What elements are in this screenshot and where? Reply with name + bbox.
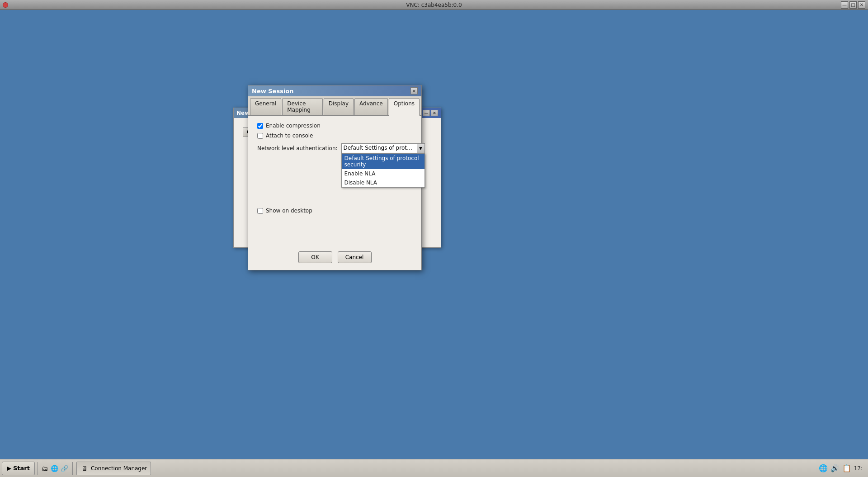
ok-button[interactable]: OK — [298, 251, 332, 263]
show-on-desktop-row: Show on desktop — [257, 208, 412, 214]
main-dialog-title: New Session — [252, 88, 294, 94]
window-title: VNC: c3ab4ea5b:0.0 — [406, 2, 462, 8]
network-level-auth-dropdown[interactable]: Default Settings of protocol security — [341, 143, 425, 153]
network-level-auth-row: Network level authentication: Default Se… — [257, 143, 412, 153]
tab-advance[interactable]: Advance — [354, 98, 388, 115]
title-bar-controls: — □ ✕ — [841, 1, 865, 9]
maximize-button[interactable]: □ — [849, 1, 857, 9]
bg-close-button[interactable]: ✕ — [431, 110, 438, 116]
tray-volume-icon[interactable]: 🔊 — [830, 464, 840, 472]
start-label: Start — [13, 465, 30, 472]
attach-to-console-checkbox[interactable] — [257, 133, 263, 139]
taskbar-network-icon[interactable]: 🔗 — [61, 464, 69, 472]
enable-compression-checkbox[interactable] — [257, 123, 263, 129]
enable-compression-row: Enable compression — [257, 123, 412, 129]
network-level-auth-dropdown-popup: Default Settings of protocol security En… — [341, 153, 425, 188]
taskbar-separator-2 — [72, 462, 73, 475]
tray-clipboard-icon[interactable]: 📋 — [842, 464, 851, 472]
enable-compression-label: Enable compression — [266, 123, 321, 129]
minimize-button[interactable]: — — [841, 1, 848, 9]
taskbar-time: 17: — [854, 465, 863, 472]
network-level-auth-label: Network level authentication: — [257, 145, 338, 151]
taskbar-browser-icon[interactable]: 🌐 — [51, 464, 59, 472]
connection-manager-icon: 🖥 — [80, 464, 89, 472]
attach-to-console-label: Attach to console — [266, 132, 313, 139]
dropdown-option-disable-nla[interactable]: Disable NLA — [342, 178, 425, 187]
taskbar: ▶ Start 🗂 🌐 🔗 🖥 Connection Manager 🌐 🔊 📋… — [0, 459, 868, 477]
dropdown-option-enable-nla[interactable]: Enable NLA — [342, 169, 425, 178]
tabs-bar: General Device Mapping Display Advance O… — [248, 96, 421, 116]
taskbar-files-icon[interactable]: 🗂 — [41, 464, 49, 472]
window-close-button[interactable] — [3, 2, 8, 8]
network-level-auth-dropdown-wrapper: Default Settings of protocol security ▼ … — [341, 143, 425, 153]
tab-general[interactable]: General — [250, 98, 281, 115]
taskbar-connection-manager[interactable]: 🖥 Connection Manager — [76, 462, 151, 475]
cancel-button[interactable]: Cancel — [338, 251, 372, 263]
taskbar-tray: 🌐 🔊 📋 17: — [819, 464, 866, 472]
main-dialog-close-button[interactable]: ✕ — [410, 87, 418, 94]
attach-to-console-row: Attach to console — [257, 132, 412, 139]
bg-dialog-controls: — ✕ — [423, 110, 438, 116]
tab-device-mapping[interactable]: Device Mapping — [282, 98, 323, 115]
connection-manager-label: Connection Manager — [91, 465, 147, 472]
close-button[interactable]: ✕ — [858, 1, 865, 9]
main-dialog-buttons: OK Cancel — [248, 251, 421, 263]
main-dialog-titlebar: New Session ✕ — [248, 85, 421, 96]
options-tab-content: Enable compression Attach to console Net… — [248, 116, 421, 224]
bg-minimize-button[interactable]: — — [423, 110, 430, 116]
start-button[interactable]: ▶ Start — [2, 462, 35, 475]
dropdown-option-default[interactable]: Default Settings of protocol security — [342, 154, 425, 169]
main-dialog: New Session ✕ General Device Mapping Dis… — [248, 85, 422, 270]
show-on-desktop-label: Show on desktop — [266, 208, 312, 214]
tab-display[interactable]: Display — [324, 98, 354, 115]
taskbar-separator — [38, 462, 38, 475]
title-bar: VNC: c3ab4ea5b:0.0 — □ ✕ — [0, 0, 868, 10]
show-on-desktop-checkbox[interactable] — [257, 208, 263, 214]
start-icon: ▶ — [7, 465, 11, 472]
tab-options[interactable]: Options — [389, 98, 420, 116]
tray-globe-icon[interactable]: 🌐 — [819, 464, 828, 472]
